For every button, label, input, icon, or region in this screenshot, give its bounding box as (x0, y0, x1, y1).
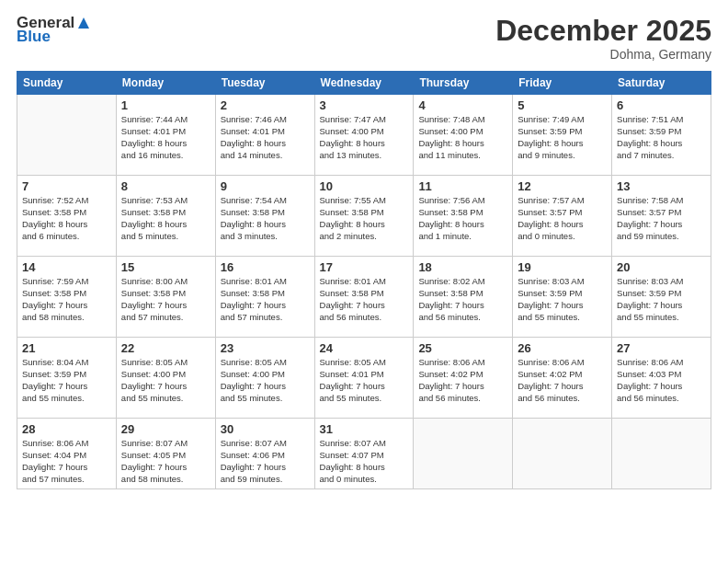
day-number: 19 (518, 260, 607, 274)
cal-cell: 5Sunrise: 7:49 AM Sunset: 3:59 PM Daylig… (513, 95, 612, 176)
cell-info: Sunrise: 7:58 AM Sunset: 3:57 PM Dayligh… (617, 195, 706, 242)
day-number: 28 (22, 422, 111, 436)
cell-info: Sunrise: 7:53 AM Sunset: 3:58 PM Dayligh… (121, 195, 210, 242)
header-sunday: Sunday (17, 72, 117, 95)
cal-cell: 1Sunrise: 7:44 AM Sunset: 4:01 PM Daylig… (116, 95, 215, 176)
cal-cell: 31Sunrise: 8:07 AM Sunset: 4:07 PM Dayli… (314, 419, 414, 489)
cell-info: Sunrise: 7:59 AM Sunset: 3:58 PM Dayligh… (22, 276, 111, 323)
day-number: 8 (121, 179, 210, 193)
cell-info: Sunrise: 8:05 AM Sunset: 4:01 PM Dayligh… (320, 357, 409, 404)
day-number: 15 (121, 260, 210, 274)
week-row-4: 21Sunrise: 8:04 AM Sunset: 3:59 PM Dayli… (17, 338, 711, 419)
cal-cell: 15Sunrise: 8:00 AM Sunset: 3:58 PM Dayli… (116, 257, 215, 338)
day-number: 30 (221, 422, 310, 436)
day-number: 9 (221, 179, 310, 193)
cal-cell: 2Sunrise: 7:46 AM Sunset: 4:01 PM Daylig… (215, 95, 314, 176)
calendar-table: SundayMondayTuesdayWednesdayThursdayFrid… (17, 71, 711, 489)
cal-cell: 10Sunrise: 7:55 AM Sunset: 3:58 PM Dayli… (314, 176, 414, 257)
cal-cell: 12Sunrise: 7:57 AM Sunset: 3:57 PM Dayli… (513, 176, 612, 257)
day-number: 10 (320, 179, 409, 193)
header: General Blue December 2025 Dohma, German… (17, 15, 711, 62)
cell-info: Sunrise: 7:54 AM Sunset: 3:58 PM Dayligh… (221, 195, 310, 242)
day-number: 25 (418, 341, 507, 355)
cal-cell: 14Sunrise: 7:59 AM Sunset: 3:58 PM Dayli… (17, 257, 117, 338)
day-number: 3 (320, 98, 409, 112)
header-tuesday: Tuesday (215, 72, 314, 95)
cal-cell: 22Sunrise: 8:05 AM Sunset: 4:00 PM Dayli… (116, 338, 215, 419)
cell-info: Sunrise: 8:00 AM Sunset: 3:58 PM Dayligh… (121, 276, 210, 323)
cell-info: Sunrise: 8:06 AM Sunset: 4:02 PM Dayligh… (418, 357, 507, 404)
day-number: 5 (518, 98, 607, 112)
cal-cell: 11Sunrise: 7:56 AM Sunset: 3:58 PM Dayli… (414, 176, 513, 257)
cell-info: Sunrise: 8:04 AM Sunset: 3:59 PM Dayligh… (22, 357, 111, 404)
cell-info: Sunrise: 8:06 AM Sunset: 4:03 PM Dayligh… (617, 357, 706, 404)
cal-cell: 8Sunrise: 7:53 AM Sunset: 3:58 PM Daylig… (116, 176, 215, 257)
cal-cell: 20Sunrise: 8:03 AM Sunset: 3:59 PM Dayli… (612, 257, 711, 338)
cal-cell: 3Sunrise: 7:47 AM Sunset: 4:00 PM Daylig… (314, 95, 414, 176)
cal-cell: 7Sunrise: 7:52 AM Sunset: 3:58 PM Daylig… (17, 176, 117, 257)
cal-cell: 26Sunrise: 8:06 AM Sunset: 4:02 PM Dayli… (513, 338, 612, 419)
day-number: 23 (221, 341, 310, 355)
header-saturday: Saturday (612, 72, 711, 95)
day-number: 11 (418, 179, 507, 193)
cal-cell: 4Sunrise: 7:48 AM Sunset: 4:00 PM Daylig… (414, 95, 513, 176)
cell-info: Sunrise: 7:44 AM Sunset: 4:01 PM Dayligh… (121, 114, 210, 161)
page: General Blue December 2025 Dohma, German… (0, 0, 728, 563)
cell-info: Sunrise: 7:51 AM Sunset: 3:59 PM Dayligh… (617, 114, 706, 161)
cell-info: Sunrise: 8:05 AM Sunset: 4:00 PM Dayligh… (221, 357, 310, 404)
logo: General Blue (17, 15, 91, 45)
cal-cell: 23Sunrise: 8:05 AM Sunset: 4:00 PM Dayli… (215, 338, 314, 419)
header-row: SundayMondayTuesdayWednesdayThursdayFrid… (17, 72, 711, 95)
cell-info: Sunrise: 8:03 AM Sunset: 3:59 PM Dayligh… (617, 276, 706, 323)
day-number: 2 (221, 98, 310, 112)
day-number: 27 (617, 341, 706, 355)
day-number: 12 (518, 179, 607, 193)
cal-cell (513, 419, 612, 489)
day-number: 21 (22, 341, 111, 355)
cell-info: Sunrise: 7:47 AM Sunset: 4:00 PM Dayligh… (320, 114, 409, 161)
cal-cell: 24Sunrise: 8:05 AM Sunset: 4:01 PM Dayli… (314, 338, 414, 419)
month-title: December 2025 (495, 15, 711, 47)
header-thursday: Thursday (414, 72, 513, 95)
week-row-3: 14Sunrise: 7:59 AM Sunset: 3:58 PM Dayli… (17, 257, 711, 338)
day-number: 13 (617, 179, 706, 193)
day-number: 31 (320, 422, 409, 436)
cal-cell: 9Sunrise: 7:54 AM Sunset: 3:58 PM Daylig… (215, 176, 314, 257)
day-number: 22 (121, 341, 210, 355)
cal-cell: 16Sunrise: 8:01 AM Sunset: 3:58 PM Dayli… (215, 257, 314, 338)
day-number: 20 (617, 260, 706, 274)
cal-cell (17, 95, 117, 176)
day-number: 7 (22, 179, 111, 193)
cell-info: Sunrise: 8:01 AM Sunset: 3:58 PM Dayligh… (221, 276, 310, 323)
week-row-5: 28Sunrise: 8:06 AM Sunset: 4:04 PM Dayli… (17, 419, 711, 489)
day-number: 16 (221, 260, 310, 274)
cell-info: Sunrise: 7:56 AM Sunset: 3:58 PM Dayligh… (418, 195, 507, 242)
cell-info: Sunrise: 7:55 AM Sunset: 3:58 PM Dayligh… (320, 195, 409, 242)
day-number: 18 (418, 260, 507, 274)
calendar-header: SundayMondayTuesdayWednesdayThursdayFrid… (17, 72, 711, 95)
cell-info: Sunrise: 7:46 AM Sunset: 4:01 PM Dayligh… (221, 114, 310, 161)
cal-cell (414, 419, 513, 489)
cell-info: Sunrise: 8:05 AM Sunset: 4:00 PM Dayligh… (121, 357, 210, 404)
title-block: December 2025 Dohma, Germany (495, 15, 711, 62)
day-number: 6 (617, 98, 706, 112)
day-number: 29 (121, 422, 210, 436)
cell-info: Sunrise: 8:06 AM Sunset: 4:02 PM Dayligh… (518, 357, 607, 404)
day-number: 17 (320, 260, 409, 274)
cell-info: Sunrise: 8:03 AM Sunset: 3:59 PM Dayligh… (518, 276, 607, 323)
cell-info: Sunrise: 8:01 AM Sunset: 3:58 PM Dayligh… (320, 276, 409, 323)
day-number: 1 (121, 98, 210, 112)
day-number: 14 (22, 260, 111, 274)
day-number: 26 (518, 341, 607, 355)
header-wednesday: Wednesday (314, 72, 414, 95)
week-row-2: 7Sunrise: 7:52 AM Sunset: 3:58 PM Daylig… (17, 176, 711, 257)
header-monday: Monday (116, 72, 215, 95)
week-row-1: 1Sunrise: 7:44 AM Sunset: 4:01 PM Daylig… (17, 95, 711, 176)
cal-cell: 21Sunrise: 8:04 AM Sunset: 3:59 PM Dayli… (17, 338, 117, 419)
cal-cell: 28Sunrise: 8:06 AM Sunset: 4:04 PM Dayli… (17, 419, 117, 489)
cell-info: Sunrise: 7:48 AM Sunset: 4:00 PM Dayligh… (418, 114, 507, 161)
calendar-body: 1Sunrise: 7:44 AM Sunset: 4:01 PM Daylig… (17, 95, 711, 489)
svg-marker-0 (78, 17, 89, 29)
cell-info: Sunrise: 8:07 AM Sunset: 4:05 PM Dayligh… (121, 438, 210, 485)
cal-cell: 30Sunrise: 8:07 AM Sunset: 4:06 PM Dayli… (215, 419, 314, 489)
